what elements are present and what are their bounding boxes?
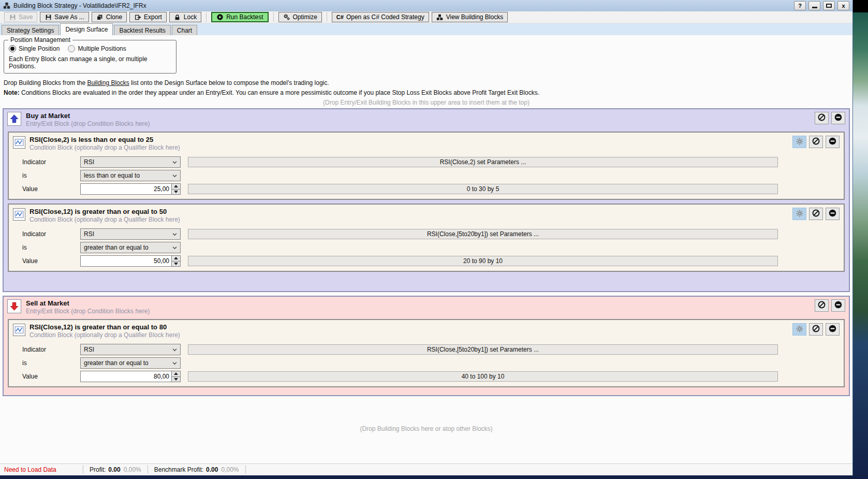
value-label: Value [13, 185, 80, 193]
remove-condition-button[interactable] [826, 208, 840, 220]
profit-status: Profit: 0.00 0,00% [83, 466, 148, 473]
radio-single-position[interactable]: Single Position [9, 45, 60, 52]
value-range-bar[interactable]: 40 to 100 by 10 [188, 371, 778, 382]
indicator-dropdown[interactable]: RSI [80, 228, 181, 240]
open-csharp-button[interactable]: C# Open as C# Coded Strategy [332, 12, 429, 22]
radio-unselected-icon [68, 45, 75, 52]
toolbar-separator [206, 12, 207, 22]
value-label: Value [13, 257, 80, 265]
condition-subtitle: Condition Block (optionally drop a Quali… [30, 331, 180, 339]
condition-block[interactable]: RSI(Close,12) is greater than or equal t… [8, 204, 845, 272]
chevron-down-icon [172, 346, 177, 353]
condition-settings-button[interactable] [792, 208, 806, 220]
entry-block-buy-at-market[interactable]: Buy at Market Entry/Exit Block (drop Con… [3, 108, 850, 292]
remove-block-button[interactable] [831, 299, 845, 312]
optimize-button[interactable]: Optimize [278, 12, 322, 22]
minus-circle-icon [828, 324, 837, 335]
export-icon [134, 13, 141, 21]
sell-arrow-icon [7, 299, 21, 313]
indicator-params-bar[interactable]: RSI(Close,[5to20by1]) set Parameters ... [188, 229, 778, 239]
value-field[interactable] [80, 255, 171, 267]
drop-hint-top: (Drop Entry/Exit Building Blocks in this… [0, 99, 852, 106]
clone-icon [96, 13, 104, 21]
value-input [80, 371, 181, 382]
exit-block-sell-at-market[interactable]: Sell at Market Entry/Exit Block (drop Co… [3, 296, 850, 396]
spin-down-button[interactable] [171, 262, 181, 267]
spin-down-button[interactable] [171, 190, 181, 195]
spin-down-button[interactable] [171, 377, 181, 383]
toolbar-separator [273, 12, 274, 22]
lock-button[interactable]: Lock [169, 12, 201, 22]
indicator-label: Indicator [13, 158, 80, 166]
maximize-icon [826, 4, 832, 8]
close-icon: x [842, 3, 845, 9]
radio-selected-icon [9, 45, 16, 52]
view-building-blocks-button[interactable]: View Building Blocks [432, 12, 508, 22]
indicator-params-bar[interactable]: RSI(Close,[5to20by1]) set Parameters ... [188, 344, 778, 355]
spin-up-button[interactable] [171, 371, 181, 377]
disable-condition-button[interactable] [809, 208, 823, 220]
toolbar: Save Save As ... Clone Export Lock Run [0, 11, 852, 23]
remove-condition-button[interactable] [826, 136, 840, 148]
value-range-bar[interactable]: 0 to 30 by 5 [188, 184, 778, 194]
remove-condition-button[interactable] [826, 323, 840, 336]
disable-condition-button[interactable] [809, 136, 823, 148]
help-icon: ? [798, 3, 802, 9]
indicator-dropdown[interactable]: RSI [80, 344, 181, 355]
building-blocks-icon [436, 13, 444, 21]
value-input [80, 183, 181, 195]
lock-icon [174, 13, 181, 21]
save-as-button[interactable]: Save As ... [40, 12, 89, 22]
condition-header: RSI(Close,2) is less than or equal to 25… [13, 136, 840, 152]
block-title: Sell at Market [26, 299, 150, 308]
disable-block-button[interactable] [815, 112, 829, 124]
operator-dropdown[interactable]: less than or equal to [80, 170, 181, 181]
condition-title: RSI(Close,2) is less than or equal to 25 [30, 136, 180, 144]
desktop-background: Building Block Strategy - Volatilidade\I… [0, 0, 868, 479]
close-button[interactable]: x [837, 1, 849, 10]
no-symbol-icon [812, 209, 820, 219]
maximize-button[interactable] [823, 1, 835, 10]
position-management-groupbox: Position Management Single Position Mult… [4, 40, 176, 74]
position-management-description: Each Entry Block can manage a single, or… [9, 55, 171, 70]
condition-block[interactable]: RSI(Close,12) is greater than or equal t… [8, 319, 845, 387]
condition-block[interactable]: RSI(Close,2) is less than or equal to 25… [8, 132, 845, 200]
minus-circle-icon [828, 137, 837, 147]
spin-up-button[interactable] [171, 183, 181, 190]
indicator-dropdown[interactable]: RSI [80, 156, 181, 168]
disable-block-button[interactable] [815, 299, 829, 312]
down-arrow-icon [174, 378, 178, 381]
tab-design-surface[interactable]: Design Surface [60, 23, 113, 35]
minimize-button[interactable] [808, 1, 820, 10]
clone-button[interactable]: Clone [92, 12, 127, 22]
condition-actions [790, 323, 840, 336]
window-controls: ? x [794, 1, 849, 10]
value-label: Value [13, 373, 80, 380]
operator-dropdown[interactable]: greater than or equal to [80, 242, 181, 253]
condition-settings-button[interactable] [792, 323, 806, 336]
groupbox-legend: Position Management [8, 36, 72, 43]
tab-chart[interactable]: Chart [172, 25, 197, 35]
no-symbol-icon [812, 137, 820, 147]
run-backtest-button[interactable]: Run Backtest [211, 12, 268, 22]
minus-circle-icon [828, 209, 837, 219]
value-field[interactable] [80, 183, 171, 195]
disable-condition-button[interactable] [809, 323, 823, 336]
operator-dropdown[interactable]: greater than or equal to [80, 357, 181, 369]
spin-up-button[interactable] [171, 255, 181, 262]
buy-arrow-icon [7, 112, 21, 126]
window-title: Building Block Strategy - Volatilidade\I… [13, 2, 146, 9]
save-button[interactable]: Save [4, 12, 37, 22]
chevron-down-icon [172, 158, 177, 166]
help-button[interactable]: ? [794, 1, 806, 10]
minus-circle-icon [834, 113, 843, 123]
value-field[interactable] [80, 371, 171, 382]
radio-multiple-positions[interactable]: Multiple Positions [68, 45, 126, 52]
tab-backtest-results[interactable]: Backtest Results [114, 25, 170, 35]
export-button[interactable]: Export [129, 12, 167, 22]
remove-block-button[interactable] [831, 112, 845, 124]
value-range-bar[interactable]: 20 to 90 by 10 [188, 256, 778, 266]
indicator-params-bar[interactable]: RSI(Close,2) set Parameters ... [188, 157, 778, 167]
condition-settings-button[interactable] [792, 136, 806, 148]
tab-strategy-settings[interactable]: Strategy Settings [2, 25, 59, 35]
